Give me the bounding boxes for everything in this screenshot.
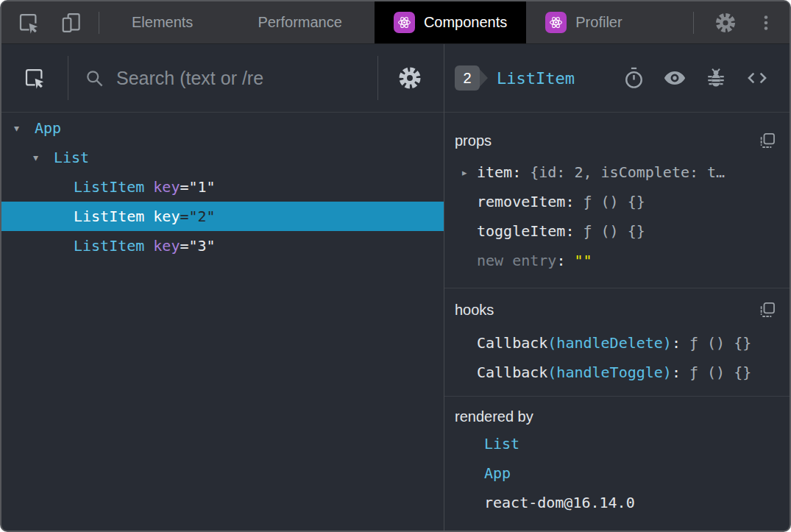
- component-name: ListItem: [74, 208, 144, 225]
- new-entry-name[interactable]: new entry: [477, 252, 556, 269]
- hook-fn-name: (handleToggle): [547, 363, 672, 381]
- colon: :: [565, 222, 574, 240]
- view-settings-gear-icon[interactable]: [396, 64, 424, 92]
- search-icon: [85, 68, 104, 88]
- selected-component-name: ListItem: [497, 69, 575, 88]
- inspect-dom-eye-icon[interactable]: [663, 66, 687, 90]
- tree-row-listitem-1[interactable]: ListItemkey="1": [1, 172, 444, 202]
- component-name: List: [54, 149, 89, 166]
- renderer-version: react-dom@16.14.0: [484, 494, 635, 511]
- toolbar-divider: [68, 56, 68, 100]
- hook-type: Callback: [477, 363, 547, 381]
- suspend-timer-icon[interactable]: [623, 67, 645, 90]
- rendered-by-app[interactable]: App: [455, 458, 779, 488]
- toolbar-divider: [693, 12, 694, 34]
- selected-component-header: 2 ListItem: [444, 44, 790, 113]
- component-name: ListItem: [74, 178, 144, 196]
- components-tree-panel: ▾ App ▾ List ListItemkey="1" ListItemkey…: [1, 44, 444, 531]
- devtools-window: Elements Performance Components: [0, 0, 791, 532]
- hook-fn-name: (handleDelete): [547, 334, 672, 352]
- inspect-element-icon[interactable]: [18, 12, 40, 34]
- prop-row-removeitem[interactable]: removeItem: ƒ () {}: [455, 187, 779, 216]
- tab-performance[interactable]: Performance: [225, 1, 375, 43]
- key-attr-value: ="1": [180, 178, 215, 196]
- prop-row-toggleitem[interactable]: toggleItem: ƒ () {}: [455, 216, 779, 246]
- rendered-by-title: rendered by: [455, 404, 779, 429]
- toolbar-left-icons: [1, 1, 99, 43]
- expander-open-icon[interactable]: ▾: [14, 122, 35, 134]
- prop-name: toggleItem: [477, 222, 565, 240]
- settings-gear-icon[interactable]: [713, 10, 738, 35]
- inspected-element-panel: 2 ListItem: [444, 44, 790, 531]
- hook-value: ƒ () {}: [689, 363, 751, 381]
- tab-profiler[interactable]: Profiler: [526, 1, 641, 43]
- key-attr-name: key: [153, 237, 180, 255]
- tab-components[interactable]: Components: [375, 1, 526, 43]
- log-bug-icon[interactable]: [705, 67, 727, 89]
- owner-link[interactable]: List: [484, 435, 519, 453]
- element-badge: 2: [455, 65, 488, 91]
- kebab-menu-icon[interactable]: [757, 12, 775, 34]
- inspect-element-icon[interactable]: [24, 67, 46, 89]
- hook-type: Callback: [477, 334, 547, 352]
- prop-row-item[interactable]: ▸ item: {id: 2, isComplete: t…: [455, 157, 779, 187]
- main-toolbar: Elements Performance Components: [1, 1, 790, 44]
- component-name: App: [35, 119, 61, 137]
- component-tree: ▾ App ▾ List ListItemkey="1" ListItemkey…: [1, 113, 444, 531]
- rendered-by-react-dom: react-dom@16.14.0: [455, 488, 779, 517]
- tree-row-list[interactable]: ▾ List: [1, 143, 444, 172]
- hooks-section-title: hooks: [455, 297, 779, 322]
- owner-link[interactable]: App: [484, 464, 511, 482]
- rendered-by-section: rendered by List App react-dom@16.14.0: [444, 397, 790, 531]
- colon: :: [512, 163, 521, 181]
- colon: :: [672, 363, 681, 381]
- hook-row-handledelete[interactable]: Callback(handleDelete): ƒ () {}: [455, 328, 779, 358]
- react-logo-icon: [394, 12, 415, 33]
- main-area: ▾ App ▾ List ListItemkey="1" ListItemkey…: [1, 44, 790, 531]
- tree-row-listitem-3[interactable]: ListItemkey="3": [1, 231, 444, 260]
- toolbar-right-icons: [693, 1, 790, 43]
- hooks-rows: Callback(handleDelete): ƒ () {} Callback…: [455, 328, 779, 387]
- props-section: props ▸ item: {id: 2, isComplete: t…: [444, 113, 790, 288]
- key-attr-value: ="2": [180, 208, 215, 225]
- tree-toolbar: [1, 44, 444, 113]
- prop-row-new-entry[interactable]: new entry: "": [455, 246, 779, 275]
- toolbar-divider: [377, 56, 378, 100]
- header-action-icons: [623, 66, 769, 90]
- prop-name: removeItem: [477, 193, 565, 210]
- tab-label: Performance: [258, 14, 342, 31]
- hook-row-handletoggle[interactable]: Callback(handleToggle): ƒ () {}: [455, 358, 779, 387]
- new-entry-value[interactable]: "": [574, 252, 592, 269]
- colon: :: [556, 252, 565, 269]
- rendered-by-rows: List App react-dom@16.14.0: [455, 429, 779, 517]
- component-name: ListItem: [74, 237, 144, 255]
- prop-value: {id: 2, isComplete: t…: [530, 163, 725, 181]
- search-bar: [85, 67, 377, 90]
- tree-row-listitem-2-selected[interactable]: ListItemkey="2": [1, 202, 444, 231]
- tab-label: Elements: [132, 14, 193, 31]
- tab-label: Components: [424, 14, 507, 31]
- hook-value: ƒ () {}: [689, 334, 751, 352]
- badge-count: 2: [455, 65, 480, 91]
- key-attr-value: ="3": [180, 237, 215, 255]
- expander-closed-icon[interactable]: ▸: [462, 167, 477, 178]
- copy-hooks-icon[interactable]: [759, 301, 776, 319]
- colon: :: [672, 334, 681, 352]
- prop-value: ƒ () {}: [583, 222, 645, 240]
- key-attr-name: key: [153, 208, 180, 225]
- tree-row-app[interactable]: ▾ App: [1, 113, 444, 143]
- props-section-title: props: [455, 128, 779, 153]
- key-attr-name: key: [153, 178, 180, 196]
- device-toolbar-icon[interactable]: [60, 12, 82, 34]
- view-source-code-icon[interactable]: [745, 68, 769, 88]
- tab-label: Profiler: [575, 14, 622, 31]
- props-rows: ▸ item: {id: 2, isComplete: t… removeIte…: [455, 157, 779, 275]
- tab-elements[interactable]: Elements: [99, 1, 225, 43]
- hooks-section: hooks Callback(handleDelete): ƒ () {} Ca…: [444, 288, 790, 397]
- expander-open-icon[interactable]: ▾: [33, 152, 54, 163]
- rendered-by-list[interactable]: List: [455, 429, 779, 458]
- prop-value: ƒ () {}: [583, 193, 645, 210]
- copy-props-icon[interactable]: [759, 132, 776, 149]
- react-logo-icon: [545, 12, 567, 33]
- search-input[interactable]: [115, 67, 358, 90]
